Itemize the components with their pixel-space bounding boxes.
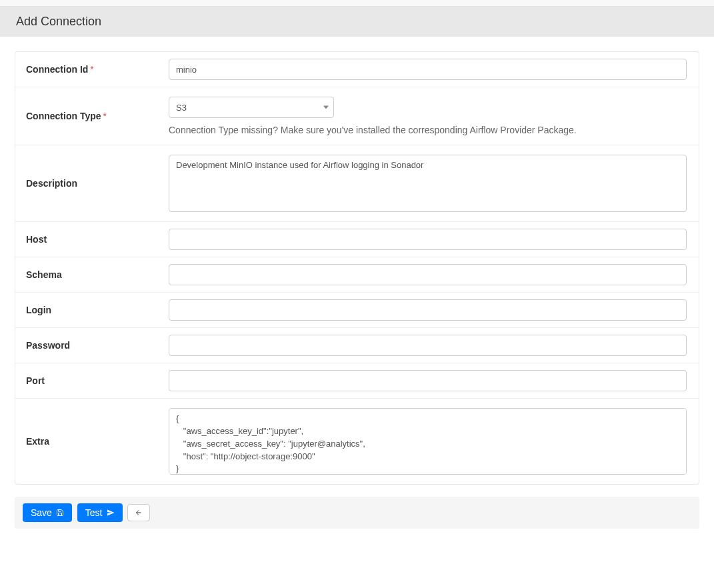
row-port: Port: [15, 363, 699, 399]
arrow-left-icon: [135, 509, 143, 517]
label-text: Extra: [26, 436, 49, 447]
row-password: Password: [15, 328, 699, 363]
host-input[interactable]: [169, 229, 687, 250]
row-connection-type: Connection Type* S3 Connection Type miss…: [15, 87, 699, 145]
label-text: Schema: [26, 269, 62, 280]
save-button[interactable]: Save: [23, 503, 72, 522]
connection-id-input[interactable]: [169, 59, 687, 80]
login-input[interactable]: [169, 299, 687, 321]
page-title: Add Connection: [16, 15, 101, 28]
label-text: Password: [26, 340, 70, 351]
label-password: Password: [15, 328, 169, 363]
connection-form: Connection Id* Connection Type* S3 Conne…: [15, 51, 699, 485]
label-port: Port: [15, 363, 169, 398]
connection-type-select-wrap: S3: [169, 97, 334, 118]
label-text: Connection Type: [26, 111, 101, 121]
label-host: Host: [15, 222, 169, 257]
paper-plane-icon: [107, 509, 115, 517]
label-text: Login: [26, 305, 51, 315]
row-extra: Extra: [15, 399, 699, 484]
save-icon: [56, 509, 64, 517]
label-login: Login: [15, 293, 169, 327]
page: Add Connection Connection Id* Connection…: [0, 0, 714, 588]
label-text: Host: [26, 234, 47, 245]
schema-input[interactable]: [169, 264, 687, 285]
label-schema: Schema: [15, 257, 169, 292]
save-button-label: Save: [31, 507, 52, 518]
test-button[interactable]: Test: [77, 503, 123, 522]
label-text: Port: [26, 375, 45, 386]
page-title-bar: Add Connection: [0, 7, 714, 37]
password-input[interactable]: [169, 335, 687, 356]
top-divider: [0, 0, 714, 7]
label-description: Description: [15, 145, 169, 221]
back-button[interactable]: [127, 504, 150, 521]
required-marker: *: [90, 64, 93, 75]
row-host: Host: [15, 222, 699, 257]
row-connection-id: Connection Id*: [15, 52, 699, 87]
label-text: Connection Id: [26, 64, 88, 75]
description-textarea[interactable]: [169, 155, 687, 212]
connection-type-select[interactable]: S3: [169, 97, 334, 118]
connection-type-help: Connection Type missing? Make sure you'v…: [169, 125, 687, 135]
form-footer: Save Test: [15, 497, 699, 529]
port-input[interactable]: [169, 370, 687, 391]
row-description: Description: [15, 145, 699, 222]
row-schema: Schema: [15, 257, 699, 293]
row-login: Login: [15, 293, 699, 328]
test-button-label: Test: [85, 507, 103, 518]
required-marker: *: [103, 111, 107, 121]
extra-textarea[interactable]: [169, 408, 687, 475]
label-connection-type: Connection Type*: [15, 87, 169, 145]
label-text: Description: [26, 178, 77, 189]
label-connection-id: Connection Id*: [15, 52, 169, 87]
label-extra: Extra: [15, 399, 169, 484]
